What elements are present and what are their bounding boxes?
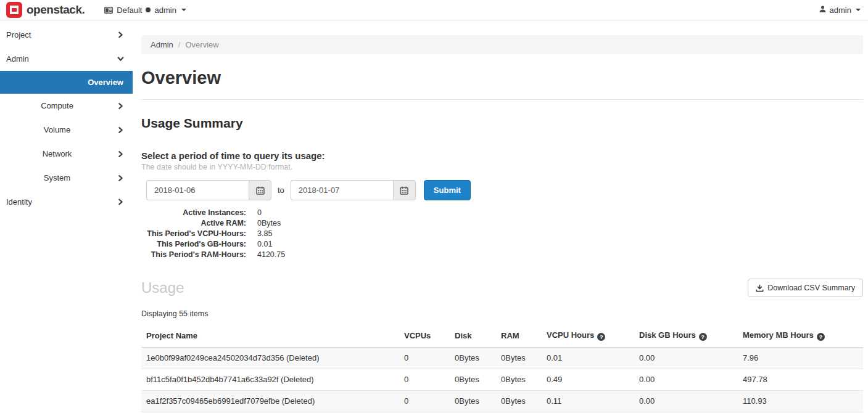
cell-disk-gb-hours: 0.00: [634, 369, 738, 391]
usage-summary-heading: Usage Summary: [141, 116, 863, 131]
cell-disk-gb-hours: 0.00: [634, 391, 738, 412]
cell-project-name: ea1f2f357c09465eb6991edf7079efbe (Delete…: [141, 391, 399, 412]
usage-stats: Active Instances: 0 Active RAM: 0Bytes T…: [141, 208, 863, 260]
cell-vcpu-hours: 0.49: [542, 369, 634, 391]
user-icon: [819, 5, 827, 15]
col-header-vcpu-hours: VCPU Hours?: [542, 324, 634, 348]
sidebar-item-label: Admin: [6, 54, 29, 63]
cell-vcpus: 0: [399, 391, 450, 412]
top-navbar: openstack. Default admin admin: [0, 0, 868, 20]
stat-vcpu-hours: This Period's VCPU-Hours: 3.85: [141, 229, 863, 239]
context-switcher[interactable]: Default admin: [104, 6, 186, 15]
download-csv-button[interactable]: Download CSV Summary: [748, 279, 863, 297]
caret-down-icon: [181, 9, 186, 11]
chevron-right-icon: [117, 31, 124, 38]
chevron-right-icon: [117, 126, 124, 133]
sidebar-item-compute[interactable]: Compute: [0, 94, 133, 118]
cell-ram: 0Bytes: [496, 348, 542, 369]
main-content: Admin / Overview Overview Usage Summary …: [133, 20, 868, 412]
sidebar-item-label: Volume: [44, 125, 70, 134]
to-label: to: [278, 186, 284, 195]
sidebar-item-admin[interactable]: Admin: [0, 47, 133, 71]
sidebar-item-label: Project: [6, 30, 31, 39]
breadcrumb-current: Overview: [185, 40, 218, 49]
stat-label: This Period's GB-Hours:: [141, 239, 246, 250]
brand-text: openstack.: [27, 3, 85, 17]
stat-active-ram: Active RAM: 0Bytes: [141, 218, 863, 229]
cell-vcpus: 0: [399, 369, 450, 391]
submit-button[interactable]: Submit: [424, 180, 471, 200]
calendar-icon: [400, 186, 408, 195]
table-row: 1e0b0f99af0249cea24502034d73d356 (Delete…: [141, 348, 863, 369]
sidebar: Project Admin Overview Compute Volume: [0, 20, 133, 412]
col-header-disk: Disk: [450, 324, 496, 348]
col-header-ram: RAM: [496, 324, 542, 348]
col-header-vcpus: VCPUs: [399, 324, 450, 348]
col-header-disk-gb-hours: Disk GB Hours?: [634, 324, 738, 348]
cell-vcpu-hours: 0.01: [542, 348, 634, 369]
date-from-input[interactable]: [146, 180, 249, 200]
sidebar-item-label: Compute: [41, 101, 73, 110]
breadcrumb-admin[interactable]: Admin: [151, 40, 173, 49]
sidebar-item-label: Network: [43, 149, 72, 158]
download-icon: [756, 284, 764, 292]
sidebar-item-system[interactable]: System: [0, 166, 133, 190]
cell-disk: 0Bytes: [450, 391, 496, 412]
stat-active-instances: Active Instances: 0: [141, 208, 863, 218]
help-icon[interactable]: ?: [597, 333, 605, 341]
stat-value: 3.85: [257, 229, 272, 239]
sidebar-item-project[interactable]: Project: [0, 23, 133, 47]
date-from-calendar-button[interactable]: [249, 180, 271, 200]
stat-value: 0Bytes: [257, 218, 281, 229]
caret-down-icon: [856, 9, 861, 11]
items-count: Displaying 55 items: [141, 309, 863, 318]
date-range-form: to Submit: [146, 180, 863, 200]
page-title: Overview: [141, 68, 863, 88]
help-icon[interactable]: ?: [817, 333, 825, 341]
sidebar-item-label: Overview: [88, 78, 123, 87]
cell-disk: 0Bytes: [450, 369, 496, 391]
user-menu[interactable]: admin: [819, 5, 861, 15]
chevron-right-icon: [117, 198, 124, 205]
stat-label: This Period's RAM-Hours:: [141, 250, 246, 260]
openstack-brand[interactable]: openstack.: [6, 2, 85, 18]
usage-table: Project Name VCPUs Disk RAM VCPU Hours? …: [141, 324, 863, 412]
date-format-hint: The date should be in YYYY-MM-DD format.: [141, 163, 863, 171]
date-range-prompt: Select a period of time to query its usa…: [141, 150, 863, 161]
cell-memory-mb-hours: 110.93: [738, 391, 863, 412]
cell-vcpus: 0: [399, 348, 450, 369]
user-menu-label: admin: [830, 6, 851, 15]
sidebar-item-volume[interactable]: Volume: [0, 118, 133, 142]
date-to-group: [291, 180, 416, 200]
cell-memory-mb-hours: 7.96: [738, 348, 863, 369]
table-header-row: Project Name VCPUs Disk RAM VCPU Hours? …: [141, 324, 863, 348]
cell-vcpu-hours: 0.11: [542, 391, 634, 412]
date-to-calendar-button[interactable]: [393, 180, 416, 200]
usage-table-title: Usage: [141, 279, 184, 296]
cell-project-name: bf11c5fa0f1b452db4b7741a6c33a92f (Delete…: [141, 369, 399, 391]
stat-ram-hours: This Period's RAM-Hours: 4120.75: [141, 250, 863, 260]
chevron-down-icon: [117, 55, 124, 62]
table-row: ea1f2f357c09465eb6991edf7079efbe (Delete…: [141, 391, 863, 412]
cell-ram: 0Bytes: [496, 369, 542, 391]
context-project: admin: [154, 6, 176, 15]
col-header-project-name: Project Name: [141, 324, 399, 348]
sidebar-item-overview[interactable]: Overview: [0, 71, 133, 94]
date-to-input[interactable]: [291, 180, 393, 200]
help-icon[interactable]: ?: [699, 333, 707, 341]
chevron-right-icon: [117, 102, 124, 109]
chevron-right-icon: [117, 150, 124, 157]
chevron-right-icon: [117, 174, 124, 181]
cell-disk-gb-hours: 0.00: [634, 348, 738, 369]
context-domain: Default: [117, 6, 142, 15]
cell-project-name: 1e0b0f99af0249cea24502034d73d356 (Delete…: [141, 348, 399, 369]
sidebar-item-label: System: [44, 173, 70, 182]
download-csv-label: Download CSV Summary: [767, 284, 855, 292]
stat-label: Active RAM:: [141, 218, 246, 229]
cell-disk: 0Bytes: [450, 348, 496, 369]
sidebar-item-network[interactable]: Network: [0, 142, 133, 166]
cell-ram: 0Bytes: [496, 391, 542, 412]
title-divider: [141, 99, 863, 100]
openstack-logo-icon: [6, 2, 22, 18]
sidebar-item-identity[interactable]: Identity: [0, 190, 133, 214]
